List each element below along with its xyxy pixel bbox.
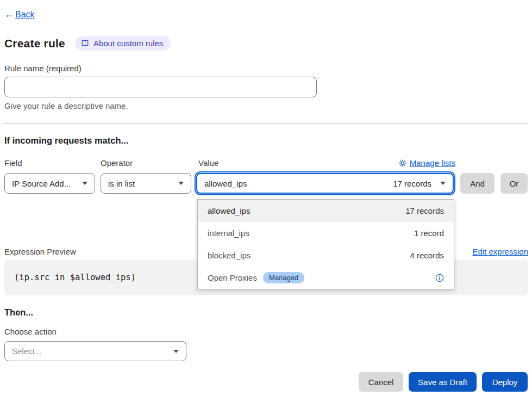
title-row: Create rule About custom rules (4, 36, 171, 51)
operator-select[interactable]: is in list (101, 173, 191, 194)
value-select-records: 17 records (393, 179, 431, 188)
chevron-down-icon (82, 182, 87, 185)
expression-code: (ip.src in $allowed_ips) (14, 273, 136, 282)
list-item-allowed-ips[interactable]: allowed_ips 17 records (198, 200, 454, 222)
chevron-down-icon (178, 182, 184, 185)
value-label: Value (198, 158, 218, 168)
list-item-name: Open Proxies (208, 273, 257, 282)
chevron-down-icon (440, 182, 446, 185)
list-item-records: 17 records (405, 206, 444, 215)
gear-icon (399, 159, 406, 167)
rule-name-input[interactable] (4, 77, 317, 97)
back-link[interactable]: ←Back (4, 9, 35, 20)
section-divider (4, 123, 528, 123)
page-title: Create rule (4, 37, 65, 50)
list-item-blocked-ips[interactable]: blocked_ips 4 records (198, 244, 454, 267)
chevron-down-icon (173, 350, 179, 353)
back-link-label: Back (15, 10, 35, 20)
edit-expression-link[interactable]: Edit expression (472, 247, 528, 256)
rule-name-label: Rule name (required) (4, 64, 82, 73)
list-item-internal-ips[interactable]: internal_ips 1 record (198, 222, 454, 244)
field-select[interactable]: IP Source Add... (4, 173, 95, 194)
action-select-placeholder: Select... (12, 347, 41, 356)
list-item-records: 4 records (410, 251, 444, 260)
field-select-value: IP Source Add... (12, 179, 71, 188)
list-item-name: allowed_ips (208, 206, 250, 215)
expression-preview-label: Expression Preview (4, 247, 76, 256)
value-dropdown-list: allowed_ips 17 records internal_ips 1 re… (197, 199, 454, 289)
about-custom-rules-link[interactable]: About custom rules (75, 36, 171, 51)
or-button[interactable]: Or (500, 173, 528, 194)
info-icon[interactable] (435, 274, 444, 282)
cancel-button[interactable]: Cancel (359, 372, 403, 392)
about-badge-label: About custom rules (93, 39, 163, 48)
field-label: Field (4, 158, 22, 168)
then-section-heading: Then... (4, 307, 33, 318)
back-arrow-icon: ← (4, 9, 14, 20)
book-icon (81, 39, 89, 47)
list-item-name: internal_ips (208, 228, 249, 238)
deploy-button[interactable]: Deploy (482, 372, 528, 392)
rule-name-helper-text: Give your rule a descriptive name. (4, 101, 128, 110)
managed-badge: Managed (263, 272, 304, 283)
operator-label: Operator (101, 158, 133, 168)
value-select[interactable]: allowed_ips 17 records (196, 173, 454, 194)
value-select-value: allowed_ips (204, 179, 247, 188)
manage-lists-label: Manage lists (410, 158, 455, 168)
operator-select-value: is in list (108, 179, 135, 188)
match-section-heading: If incoming requests match... (4, 135, 128, 146)
create-rule-page: ←Back Create rule About custom rules Rul… (0, 0, 532, 402)
choose-action-label: Choose action (4, 327, 57, 336)
manage-lists-link[interactable]: Manage lists (399, 158, 455, 168)
save-as-draft-button[interactable]: Save as Draft (409, 372, 477, 392)
and-button[interactable]: And (460, 173, 495, 194)
list-item-open-proxies[interactable]: Open Proxies Managed (198, 267, 454, 289)
action-select[interactable]: Select... (4, 341, 186, 361)
list-item-name: blocked_ips (208, 251, 251, 260)
list-item-records: 1 record (414, 228, 444, 238)
